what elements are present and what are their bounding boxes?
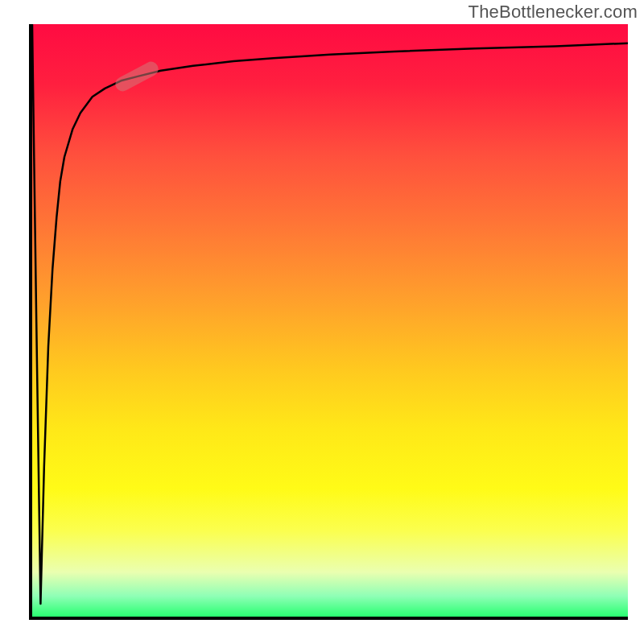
attribution-label: TheBottlenecker.com — [469, 2, 638, 23]
y-axis — [29, 24, 32, 620]
x-axis — [29, 617, 628, 620]
chart-container: TheBottlenecker.com — [0, 0, 644, 644]
plot-gradient-background — [32, 24, 628, 620]
